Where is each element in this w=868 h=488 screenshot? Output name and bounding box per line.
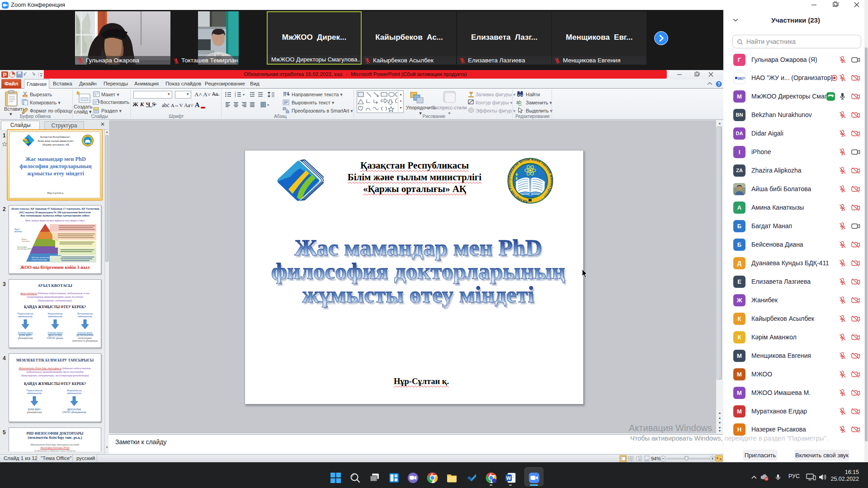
svg-text:ab: ab [516,100,522,105]
svg-text:▾: ▾ [267,103,269,107]
svg-text:докторлары (PhD): докторлары (PhD) [17,248,33,250]
svg-text:квотасы: квотасы [14,230,22,233]
svg-text:A̶a̶: A̶a̶ [212,91,220,97]
svg-text:?: ? [717,82,720,87]
svg-text:94%: 94% [651,456,661,461]
svg-text:3: 3 [235,95,236,98]
svg-text:P: P [3,72,6,78]
svg-text:бітірген мамандар: бітірген мамандар [32,258,47,261]
svg-text:W: W [506,475,511,481]
svg-text:▾: ▾ [243,93,245,97]
svg-text:ZHETYSU: ZHETYSU [738,77,745,80]
svg-text:тапсырыс: тапсырыс [22,240,30,242]
